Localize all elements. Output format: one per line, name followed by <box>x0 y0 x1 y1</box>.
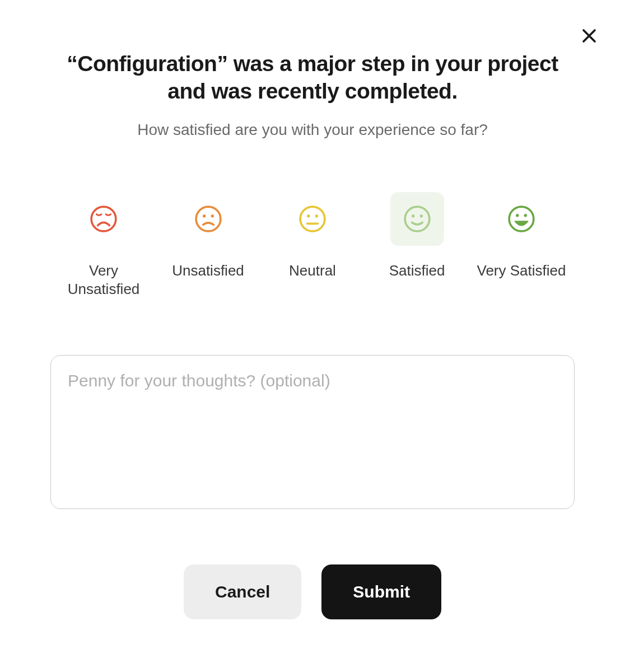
rating-row: Very Unsatisfied Unsatisfied <box>50 192 575 300</box>
rating-icon-wrap <box>77 192 130 246</box>
rating-unsatisfied[interactable]: Unsatisfied <box>158 192 259 281</box>
rating-neutral[interactable]: Neutral <box>262 192 363 281</box>
svg-point-5 <box>307 214 310 217</box>
rating-icon-wrap <box>286 192 339 246</box>
face-neutral-icon <box>298 205 327 233</box>
feedback-textarea[interactable] <box>50 355 575 509</box>
svg-point-4 <box>300 207 325 231</box>
svg-point-8 <box>405 207 430 231</box>
rating-very-satisfied[interactable]: Very Satisfied <box>471 192 572 281</box>
rating-icon-wrap <box>495 192 548 246</box>
face-satisfied-icon <box>403 205 431 233</box>
svg-point-2 <box>203 214 206 217</box>
cancel-button[interactable]: Cancel <box>184 564 301 619</box>
svg-point-6 <box>315 214 318 217</box>
svg-point-10 <box>419 214 422 217</box>
face-unsatisfied-icon <box>194 205 222 233</box>
rating-icon-wrap <box>181 192 235 246</box>
svg-point-1 <box>196 207 221 231</box>
svg-point-3 <box>211 214 213 217</box>
feedback-area <box>50 355 575 511</box>
modal-subtitle: How satisfied are you with your experien… <box>50 121 575 139</box>
rating-label: Very Satisfied <box>477 262 566 281</box>
svg-point-11 <box>509 207 534 231</box>
rating-very-unsatisfied[interactable]: Very Unsatisfied <box>53 192 154 300</box>
modal-title: “Configuration” was a major step in your… <box>50 50 575 105</box>
rating-label: Very Unsatisfied <box>53 262 154 300</box>
svg-point-12 <box>516 214 519 217</box>
rating-label: Satisfied <box>389 262 445 281</box>
svg-point-9 <box>412 214 414 217</box>
svg-point-13 <box>524 214 527 217</box>
rating-icon-wrap <box>390 192 444 246</box>
close-icon <box>581 27 598 44</box>
close-button[interactable] <box>577 24 601 48</box>
rating-label: Unsatisfied <box>172 262 244 281</box>
satisfaction-modal: “Configuration” was a major step in your… <box>0 0 625 672</box>
svg-point-0 <box>91 207 116 231</box>
button-row: Cancel Submit <box>50 564 575 619</box>
face-very-satisfied-icon <box>507 205 535 233</box>
rating-label: Neutral <box>289 262 336 281</box>
face-very-unsatisfied-icon <box>90 205 118 233</box>
submit-button[interactable]: Submit <box>321 564 441 619</box>
rating-satisfied[interactable]: Satisfied <box>367 192 468 281</box>
